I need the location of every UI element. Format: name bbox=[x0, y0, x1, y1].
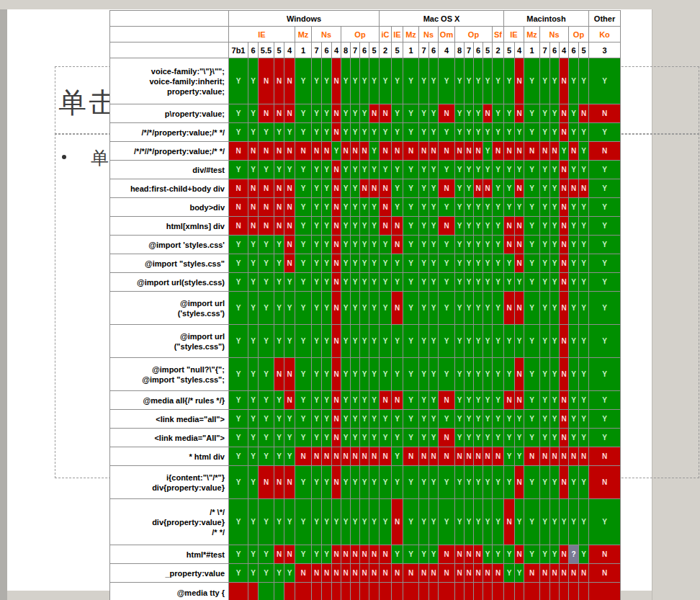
support-cell: Y bbox=[540, 325, 550, 358]
support-cell: Y bbox=[259, 564, 274, 583]
browser-group-header: IE bbox=[392, 27, 403, 42]
support-cell: N bbox=[369, 545, 380, 564]
support-cell: Y bbox=[403, 198, 419, 217]
support-cell: Y bbox=[589, 198, 621, 217]
support-cell: N bbox=[332, 123, 341, 142]
support-cell: N bbox=[360, 142, 369, 161]
support-cell: N bbox=[360, 564, 369, 583]
support-cell: Y bbox=[322, 217, 332, 236]
support-cell: Y bbox=[493, 358, 504, 391]
row-label: voice-family:"\"}\"";voice-family:inheri… bbox=[110, 58, 229, 104]
support-cell: Y bbox=[351, 254, 360, 273]
support-cell: Y bbox=[483, 325, 493, 358]
version-header: 7 bbox=[419, 42, 429, 58]
support-cell: N bbox=[369, 179, 380, 198]
support-cell: Y bbox=[380, 429, 392, 447]
support-cell: N bbox=[380, 198, 392, 217]
support-cell: Y bbox=[524, 292, 540, 325]
support-cell: N bbox=[229, 142, 248, 161]
support-cell: Y bbox=[419, 198, 429, 217]
support-cell: Y bbox=[439, 292, 455, 325]
support-cell: Y bbox=[569, 391, 579, 410]
support-cell: Y bbox=[312, 292, 322, 325]
support-cell: Y bbox=[295, 254, 312, 273]
version-header: 8 bbox=[455, 42, 465, 58]
support-cell: N bbox=[392, 142, 403, 161]
support-cell: Y bbox=[419, 545, 429, 564]
support-cell: N bbox=[465, 545, 474, 564]
support-cell: N bbox=[295, 142, 312, 161]
support-cell: N bbox=[439, 429, 455, 447]
support-cell: Y bbox=[540, 292, 550, 325]
support-cell: Y bbox=[524, 161, 540, 179]
support-cell: Y bbox=[259, 236, 274, 254]
support-cell: Y bbox=[579, 217, 589, 236]
support-cell: Y bbox=[550, 198, 560, 217]
browser-group-header: IE bbox=[504, 27, 524, 42]
support-cell: Y bbox=[540, 391, 550, 410]
support-cell: N bbox=[419, 142, 429, 161]
support-cell: Y bbox=[229, 358, 248, 391]
row-label: head:first-child+body div bbox=[110, 179, 229, 198]
support-cell: Y bbox=[493, 410, 504, 429]
support-cell: Y bbox=[360, 410, 369, 429]
support-cell: Y bbox=[465, 198, 474, 217]
support-cell: Y bbox=[284, 564, 295, 583]
support-cell: Y bbox=[465, 236, 474, 254]
version-header: 6 bbox=[429, 42, 439, 58]
support-cell: N bbox=[369, 583, 380, 600]
support-cell: Y bbox=[515, 447, 524, 466]
support-cell: N bbox=[284, 545, 295, 564]
support-cell: Y bbox=[322, 254, 332, 273]
support-cell: N bbox=[504, 499, 515, 545]
support-cell: Y bbox=[419, 429, 429, 447]
support-cell: Y bbox=[351, 236, 360, 254]
support-cell: Y bbox=[248, 391, 259, 410]
support-cell: Y bbox=[540, 499, 550, 545]
support-cell: N bbox=[332, 583, 341, 600]
support-cell: N bbox=[248, 217, 259, 236]
support-cell: N bbox=[351, 583, 360, 600]
support-cell: Y bbox=[380, 358, 392, 391]
support-cell: Y bbox=[474, 466, 483, 499]
support-cell: N bbox=[560, 583, 569, 600]
support-cell: Y bbox=[419, 123, 429, 142]
table-row: @import url("styles.css")YYYYYYYYNYYYYYY… bbox=[110, 325, 621, 358]
support-cell: Y bbox=[341, 179, 351, 198]
support-cell: N bbox=[455, 545, 465, 564]
support-cell: N bbox=[360, 179, 369, 198]
row-label: div/#test bbox=[110, 161, 229, 179]
support-cell: Y bbox=[455, 104, 465, 123]
support-cell: Y bbox=[483, 236, 493, 254]
support-cell: Y bbox=[392, 104, 403, 123]
support-cell: Y bbox=[524, 358, 540, 391]
table-row: html[xmlns] divNNNNNYYYNYYYYNNYYYNYYYYYN… bbox=[110, 217, 621, 236]
support-cell: Y bbox=[295, 58, 312, 104]
support-cell: N bbox=[560, 179, 569, 198]
support-cell: N bbox=[439, 179, 455, 198]
support-cell: Y bbox=[569, 466, 579, 499]
support-cell: N bbox=[515, 179, 524, 198]
version-header: 4 bbox=[439, 42, 455, 58]
support-cell: Y bbox=[229, 254, 248, 273]
bullet-item-text[interactable]: 单 bbox=[91, 146, 109, 170]
version-header: 6 bbox=[569, 42, 579, 58]
support-cell: N bbox=[439, 545, 455, 564]
support-cell: N bbox=[465, 447, 474, 466]
support-cell: Y bbox=[351, 410, 360, 429]
support-cell: N bbox=[515, 254, 524, 273]
support-cell: Y bbox=[439, 325, 455, 358]
support-cell: Y bbox=[540, 123, 550, 142]
support-cell: Y bbox=[439, 273, 455, 292]
support-cell: Y bbox=[589, 410, 621, 429]
support-cell: Y bbox=[360, 466, 369, 499]
support-cell: Y bbox=[259, 429, 274, 447]
support-cell: Y bbox=[550, 391, 560, 410]
support-cell: Y bbox=[439, 466, 455, 499]
os-group-header: Other bbox=[589, 11, 621, 27]
support-cell: Y bbox=[419, 236, 429, 254]
support-cell: N bbox=[274, 545, 284, 564]
support-cell: Y bbox=[579, 292, 589, 325]
support-cell: Y bbox=[429, 410, 439, 429]
support-cell: Y bbox=[474, 217, 483, 236]
